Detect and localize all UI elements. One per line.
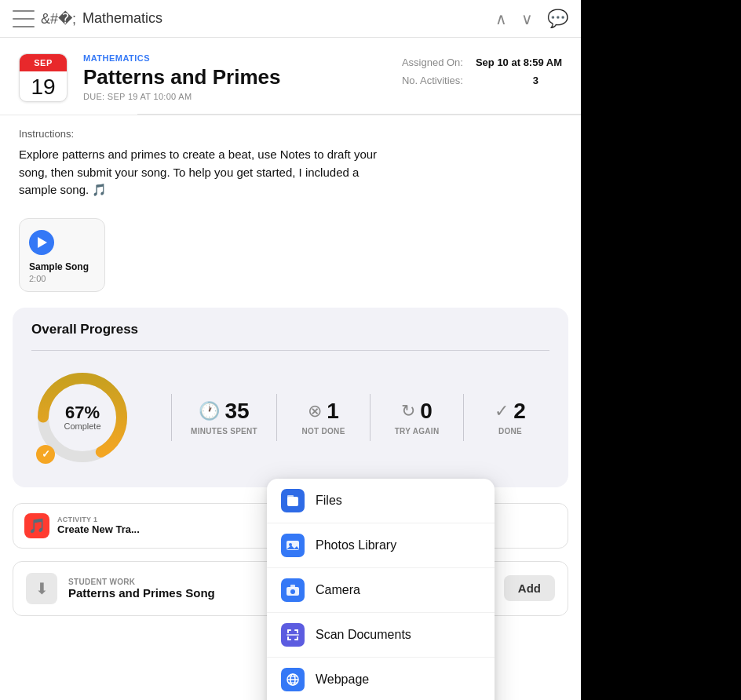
webpage-label: Webpage: [316, 673, 369, 687]
not-done-icon: ⊗: [308, 401, 322, 421]
webpage-icon: [281, 668, 305, 691]
camera-icon: [281, 578, 305, 602]
activity-icon-1: 🎵: [24, 513, 49, 538]
attachments-section: Sample Song 2:00: [0, 212, 581, 308]
nav-actions: ∧ ∨ 💬: [495, 9, 568, 29]
play-icon: [29, 230, 54, 255]
svg-rect-3: [287, 495, 294, 499]
assignment-header: SEP 19 MATHEMATICS Patterns and Primes D…: [0, 38, 581, 115]
stat-done: ✓ 2 DONE: [483, 399, 538, 436]
calendar-day: 19: [20, 71, 67, 102]
clock-icon: 🕐: [199, 401, 220, 421]
donut-check-icon: ✓: [36, 445, 55, 464]
stat-divider-3: [370, 394, 370, 441]
song-name: Sample Song: [29, 261, 95, 272]
nav-title: Mathematics: [82, 10, 495, 27]
calendar-month: SEP: [20, 54, 67, 71]
stat-try-again-label: TRY AGAIN: [395, 427, 440, 436]
back-button[interactable]: &#�;: [41, 10, 79, 27]
svg-rect-9: [290, 585, 295, 588]
stat-minutes-label: MINUTES SPENT: [191, 427, 257, 436]
sidebar-toggle[interactable]: [13, 10, 35, 27]
assigned-value: Sep 10 at 8:59 AM: [476, 57, 562, 68]
svg-rect-18: [287, 634, 299, 636]
try-again-icon: ↻: [401, 401, 415, 421]
svg-rect-17: [297, 636, 298, 640]
photos-label: Photos Library: [316, 538, 396, 552]
top-nav: &#�; Mathematics ∧ ∨ 💬: [0, 0, 581, 38]
header-divider: [137, 114, 581, 115]
stat-not-done-label: NOT DONE: [301, 427, 345, 436]
progress-stats: 67% Complete ✓ 🕐 35 MINUTES SPENT ⊗ 1: [31, 366, 549, 468]
progress-section: Overall Progress: [13, 308, 568, 487]
files-icon: [281, 489, 305, 512]
stat-divider-2: [276, 394, 277, 441]
dropdown-files[interactable]: Files: [267, 479, 495, 523]
dropdown-webpage[interactable]: Webpage: [267, 658, 495, 700]
nav-up-button[interactable]: ∧: [495, 9, 507, 28]
donut-center: 67% Complete: [64, 404, 100, 431]
stat-divider-4: [463, 394, 464, 441]
activity-name-1: Create New Tra...: [57, 523, 140, 535]
stat-done-label: DONE: [498, 427, 522, 436]
nav-down-button[interactable]: ∨: [521, 9, 533, 28]
dropdown-photos[interactable]: Photos Library: [267, 523, 495, 568]
stat-minutes: 🕐 35 MINUTES SPENT: [191, 399, 257, 436]
donut-label: Complete: [64, 421, 100, 431]
activity-card-1[interactable]: 🎵 ACTIVITY 1 Create New Tra...: [13, 503, 286, 549]
stat-try-again-value: 0: [420, 399, 433, 424]
black-panel: [581, 0, 741, 700]
due-date: DUE: SEP 19 AT 10:00 AM: [83, 92, 562, 101]
camera-label: Camera: [316, 583, 360, 597]
instructions-label: Instructions:: [19, 128, 562, 140]
photos-icon: [281, 534, 305, 557]
activity-label-1: ACTIVITY 1: [57, 516, 140, 523]
sample-song-card[interactable]: Sample Song 2:00: [19, 218, 105, 292]
svg-point-8: [290, 589, 295, 594]
stat-not-done: ⊗ 1 NOT DONE: [296, 399, 351, 436]
progress-divider: [31, 350, 549, 351]
dropdown-menu: Files Photos Library Camera: [267, 479, 495, 700]
stat-try-again: ↻ 0 TRY AGAIN: [389, 399, 444, 436]
svg-rect-13: [297, 629, 298, 633]
assignment-meta: Assigned On: Sep 10 at 8:59 AM No. Activ…: [402, 57, 562, 86]
activities-value: 3: [476, 75, 538, 86]
stat-divider-1: [171, 394, 172, 441]
add-button[interactable]: Add: [504, 575, 555, 601]
stat-not-done-value: 1: [327, 399, 339, 424]
files-label: Files: [316, 494, 342, 508]
nav-chat-button[interactable]: 💬: [547, 9, 568, 29]
calendar-badge: SEP 19: [19, 53, 68, 102]
progress-title: Overall Progress: [31, 322, 549, 337]
instructions-text: Explore patterns and primes to create a …: [19, 146, 396, 199]
svg-rect-15: [287, 636, 289, 640]
done-icon: ✓: [495, 401, 509, 421]
donut-percent: 67%: [64, 404, 100, 421]
dropdown-scan[interactable]: Scan Documents: [267, 613, 495, 658]
instructions-section: Instructions: Explore patterns and prime…: [0, 115, 581, 212]
stat-done-value: 2: [513, 399, 526, 424]
main-panel: &#�; Mathematics ∧ ∨ 💬 SEP 19 MATHEMATIC…: [0, 0, 581, 700]
scan-icon: [281, 623, 305, 647]
dropdown-camera[interactable]: Camera: [267, 568, 495, 613]
assigned-label: Assigned On:: [402, 57, 463, 68]
donut-chart: 67% Complete ✓: [31, 366, 133, 468]
svg-rect-11: [287, 629, 289, 633]
scan-label: Scan Documents: [316, 628, 411, 642]
stat-minutes-value: 35: [224, 399, 249, 424]
work-icon: ⬇: [26, 573, 57, 604]
activity-info-1: ACTIVITY 1 Create New Tra...: [57, 516, 140, 535]
activities-label: No. Activities:: [402, 75, 463, 86]
song-duration: 2:00: [29, 274, 95, 283]
play-triangle: [38, 237, 47, 248]
